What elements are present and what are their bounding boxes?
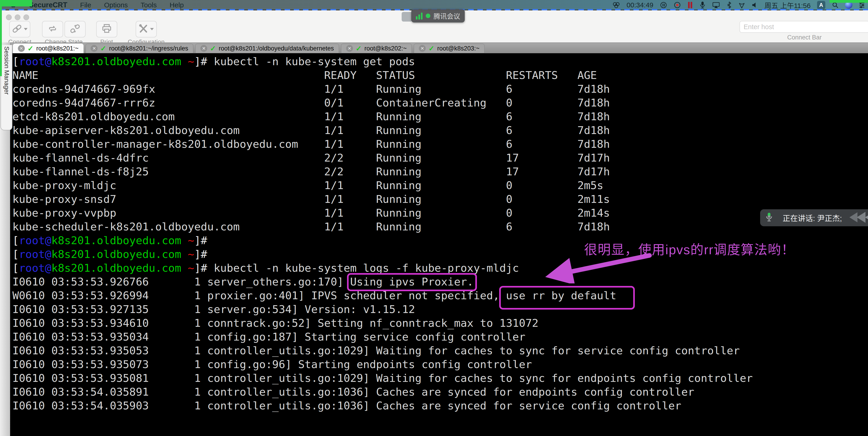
pod-row: kube-proxy-vvpbp1/1Running02m14s — [12, 206, 868, 220]
tab-label: root@k8s201:~ — [36, 45, 79, 52]
connect-group: Connect — [8, 21, 31, 46]
share-border-top-left — [0, 0, 32, 6]
app-name[interactable]: SecureCRT — [29, 1, 67, 9]
meeting-pill-label: 腾讯会议 — [434, 11, 460, 21]
minimize-window-button[interactable] — [15, 14, 21, 20]
speaking-text: 正在讲话: 尹正杰; — [783, 212, 842, 223]
meeting-status-pill[interactable]: 腾讯会议 — [411, 9, 465, 23]
terminal-tab[interactable]: ✕ ✓ root@k8s201:~/ingress/rules — [86, 43, 193, 53]
highlight-box-use-rr: use rr by default — [506, 289, 616, 302]
tab-connected-icon: ✓ — [210, 44, 216, 53]
pod-row: kube-proxy-snsd71/1Running02m11s — [12, 192, 868, 206]
print-button[interactable] — [96, 21, 117, 37]
airdrop-icon[interactable] — [738, 2, 745, 8]
annotation-arrow — [535, 249, 654, 283]
tab-label: root@k8s201:/oldboyedu/data/kubernetes — [219, 45, 334, 52]
menu-item[interactable]: Help — [169, 1, 184, 9]
pause-circle-icon[interactable] — [660, 1, 667, 9]
log-line: W0610 03:53:53.926994 1 proxier.go:401] … — [12, 289, 868, 303]
log-line: I0610 03:53:53.926766 1 server_others.go… — [12, 275, 868, 289]
printer-icon — [102, 24, 112, 34]
tab-connected-icon: ✓ — [28, 44, 33, 53]
tab-close-icon[interactable]: ✕ — [91, 45, 97, 52]
menu-clock[interactable]: 周五 上午11:56 — [765, 0, 811, 10]
broken-link-icon — [70, 24, 80, 34]
pod-row: coredns-94d74667-969fx1/1Running67d18h — [12, 82, 868, 96]
highlight-box-using-ipvs: Using ipvs Proxier. — [350, 275, 473, 288]
tab-bar: ✕ ✓ root@k8s201:~ ✕ ✓ root@k8s201:~/ingr… — [0, 42, 868, 53]
print-group: Print — [96, 21, 117, 46]
tab-label: root@k8s201:~/ingress/rules — [109, 45, 188, 52]
host-input[interactable] — [740, 21, 868, 33]
share-border-left — [0, 0, 2, 76]
menu-item[interactable]: Options — [104, 1, 128, 9]
rings-icon[interactable] — [612, 2, 620, 8]
volume-icon[interactable] — [752, 2, 758, 8]
reconnect-button[interactable] — [42, 21, 63, 37]
configuration-button[interactable] — [136, 21, 157, 37]
tab-close-icon[interactable]: ✕ — [346, 45, 353, 52]
chevron-down-icon — [24, 28, 28, 30]
meeting-watermark-icon — [847, 211, 868, 225]
connect-bar-label: Connect Bar — [740, 34, 868, 41]
share-picker-ghost-icon — [402, 12, 412, 22]
command-text: kubectl -n kube-system logs -f kube-prox… — [214, 261, 519, 274]
log-line: I0610 03:53:53.934610 1 conntrack.go:52]… — [12, 316, 868, 330]
log-line: I0610 03:53:53.935073 1 config.go:96] St… — [12, 357, 868, 371]
pod-row: kube-flannel-ds-f8j252/2Running177d17h — [12, 165, 868, 179]
zoom-window-button[interactable] — [23, 14, 29, 20]
log-line: I0610 03:53:53.927135 1 server.go:534] V… — [12, 303, 868, 316]
log-line: I0610 03:53:53.935081 1 controller_utils… — [12, 371, 868, 385]
bluetooth-icon[interactable] — [726, 1, 732, 9]
input-source-badge[interactable]: A — [817, 1, 825, 9]
tab-connected-icon: ✓ — [100, 44, 106, 53]
menu-item[interactable]: Tools — [141, 1, 157, 9]
pod-row: kube-scheduler-k8s201.oldboyedu.com1/1Ru… — [12, 220, 868, 233]
terminal-tab[interactable]: ✕ ✓ root@k8s203:~ — [414, 43, 485, 53]
disconnect-button[interactable] — [64, 21, 86, 37]
signal-bars-icon — [416, 12, 423, 20]
tab-close-icon[interactable]: ✕ — [200, 45, 207, 52]
pods-header-row: NAMEREADYSTATUSRESTARTSAGE — [12, 68, 868, 82]
terminal-tab[interactable]: ✕ ✓ root@k8s202:~ — [341, 43, 412, 53]
loop-arrows-icon — [48, 24, 57, 34]
menu-item[interactable]: File — [80, 1, 91, 9]
record-circle-icon[interactable] — [674, 1, 681, 9]
configuration-group: Configuration — [128, 21, 165, 46]
terminal-tab[interactable]: ✕ ✓ root@k8s201:/oldboyedu/data/kubernet… — [195, 43, 339, 53]
tools-icon — [138, 24, 148, 34]
link-icon — [12, 24, 22, 34]
pod-row: kube-proxy-mldjc1/1Running02m5s — [12, 179, 868, 192]
window-controls — [6, 14, 29, 20]
pod-row: etcd-k8s201.oldboyedu.com1/1Running67d18… — [12, 110, 868, 123]
microphone-icon[interactable] — [699, 1, 706, 9]
log-line: I0610 03:53:53.935034 1 config.go:187] S… — [12, 330, 868, 344]
connect-button[interactable] — [9, 21, 30, 37]
tab-close-icon[interactable]: ✕ — [419, 45, 426, 52]
tab-close-icon[interactable]: ✕ — [18, 45, 25, 52]
pod-row: kube-apiserver-k8s201.oldboyedu.com1/1Ru… — [12, 123, 868, 137]
command-text: kubectl -n kube-system get pods — [214, 55, 415, 68]
recording-timer[interactable]: 00:34:49 — [626, 1, 653, 9]
pod-row: coredns-94d74667-rrr6z0/1ContainerCreati… — [12, 96, 868, 110]
privacy-pause-icon[interactable] — [687, 1, 693, 9]
terminal-line: [root@k8s201.oldboyedu.com ~]# kubectl -… — [12, 261, 868, 275]
green-dot-icon — [426, 13, 430, 18]
close-window-button[interactable] — [6, 14, 12, 20]
menu-bar: SecureCRT FileOptionsToolsHelp 00:34:49 — [0, 0, 868, 10]
screen-mirroring-icon[interactable] — [712, 2, 720, 8]
terminal-tab[interactable]: ✕ ✓ root@k8s201:~ — [13, 43, 84, 53]
change-state-group: Change State — [42, 21, 86, 46]
log-line: I0610 03:53:53.935053 1 controller_utils… — [12, 344, 868, 357]
terminal-line: [root@k8s201.oldboyedu.com ~]# kubectl -… — [12, 55, 868, 68]
pod-row: kube-controller-manager-k8s201.oldboyedu… — [12, 137, 868, 151]
tab-connected-icon: ✓ — [429, 44, 434, 53]
log-line: I0610 03:53:54.035903 1 controller_utils… — [12, 399, 868, 413]
tab-connected-icon: ✓ — [356, 44, 362, 53]
pod-row: kube-flannel-ds-4dfrc2/2Running177d17h — [12, 151, 868, 165]
speaking-indicator-overlay[interactable]: 正在讲话: 尹正杰; — [760, 209, 868, 226]
session-manager-tab[interactable]: Session Manager — [0, 45, 12, 130]
share-border-top-right — [830, 0, 868, 3]
session-manager-label: Session Manager — [3, 45, 10, 130]
tab-label: root@k8s203:~ — [437, 45, 479, 52]
